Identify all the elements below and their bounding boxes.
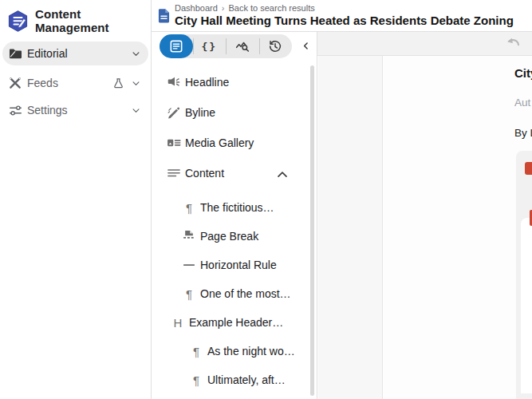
outline-item-page-break[interactable]: Page Break bbox=[152, 222, 311, 251]
crossed-tools-icon bbox=[7, 75, 23, 91]
header-h-icon: H bbox=[170, 314, 186, 330]
media-inner-card bbox=[521, 218, 532, 393]
article-icon bbox=[168, 38, 184, 54]
article-canvas: City Hall Meeting Turns Heated as Reside… bbox=[384, 56, 532, 399]
outline-item-example-header[interactable]: HExample Header… bbox=[152, 308, 311, 337]
query-stats-icon bbox=[234, 38, 250, 54]
sidebar-item-feeds[interactable]: Feeds bbox=[2, 71, 148, 95]
editor-toolbar bbox=[317, 32, 532, 56]
pilcrow-icon: ¶ bbox=[188, 372, 204, 388]
code-braces-icon: {} bbox=[201, 39, 217, 53]
panel-scrollbar[interactable] bbox=[310, 65, 314, 396]
chevron-up-icon[interactable] bbox=[274, 167, 287, 180]
panel-margin-area bbox=[318, 56, 383, 399]
breadcrumb-dashboard[interactable]: Dashboard bbox=[175, 3, 218, 13]
breadcrumb-back-to-search[interactable]: Back to search results bbox=[229, 3, 315, 13]
chevron-down-icon[interactable] bbox=[130, 105, 142, 117]
sidebar-item-editorial[interactable]: Editorial bbox=[2, 41, 148, 65]
panel-tab-code-braces[interactable]: {} bbox=[193, 34, 227, 58]
media-gallery-icon bbox=[166, 135, 182, 151]
horizontal-rule-icon bbox=[181, 257, 197, 273]
tab-divider bbox=[259, 38, 260, 54]
article-headline[interactable]: City Hall Meeting Turns Heated as Reside… bbox=[514, 66, 532, 80]
chevron-down-icon[interactable] bbox=[130, 48, 142, 60]
collapse-panel-icon[interactable] bbox=[300, 40, 312, 52]
outline-item-one-of-the-most[interactable]: ¶One of the most… bbox=[152, 279, 311, 308]
article-subheadline[interactable]: Aut bbox=[514, 97, 530, 109]
pilcrow-icon: ¶ bbox=[188, 343, 204, 359]
panel-tab-history[interactable] bbox=[259, 34, 293, 58]
breadcrumb: Dashboard›Back to search results bbox=[175, 3, 315, 13]
outline-item-ultimately-aft[interactable]: ¶Ultimately, aft… bbox=[152, 365, 311, 394]
sidebar: Content Management Editorial bbox=[0, 0, 152, 399]
panel-tab-group: {} bbox=[160, 34, 292, 58]
pilcrow-icon: ¶ bbox=[181, 200, 197, 215]
outline-item-horizontal-rule[interactable]: Horizontal Rule bbox=[152, 251, 311, 279]
folder-icon bbox=[7, 45, 23, 61]
document-icon bbox=[156, 6, 172, 26]
pilcrow-icon: ¶ bbox=[181, 286, 197, 302]
app-logo-icon bbox=[6, 10, 30, 33]
article-byline[interactable]: By L bbox=[514, 127, 532, 139]
media-block-card[interactable] bbox=[516, 151, 532, 399]
sidebar-item-label: Editorial bbox=[27, 47, 130, 60]
panel-tab-article[interactable] bbox=[160, 34, 193, 58]
outline-item-as-the-night-wo[interactable]: ¶As the night wo… bbox=[152, 337, 311, 365]
panel-tab-query-stats[interactable] bbox=[226, 34, 259, 58]
flask-icon bbox=[112, 77, 125, 90]
outline-item-content[interactable]: Content bbox=[152, 158, 311, 188]
tab-divider bbox=[226, 38, 227, 54]
document-outline-tree: Headline Byline Media Gallery Content¶Th… bbox=[152, 67, 311, 394]
tab-divider bbox=[193, 38, 194, 54]
pen-icon bbox=[166, 105, 182, 120]
campaign-icon bbox=[166, 74, 182, 90]
outline-item-headline[interactable]: Headline bbox=[152, 67, 311, 97]
page-break-icon bbox=[181, 228, 197, 244]
page-title: City Hall Meeting Turns Heated as Reside… bbox=[175, 14, 514, 27]
sidebar-item-label: Settings bbox=[27, 104, 130, 117]
app-brand: Content Management bbox=[6, 7, 151, 34]
breadcrumb-separator: › bbox=[222, 3, 225, 13]
sidebar-item-settings[interactable]: Settings bbox=[2, 98, 148, 122]
sliders-icon bbox=[7, 102, 23, 118]
undo-icon[interactable] bbox=[504, 34, 522, 52]
outline-item-media-gallery[interactable]: Media Gallery bbox=[152, 128, 311, 158]
page-header: Dashboard›Back to search results City Ha… bbox=[152, 0, 532, 32]
media-alert-icon bbox=[525, 162, 532, 175]
notes-icon bbox=[166, 165, 182, 181]
sidebar-item-label: Feeds bbox=[27, 77, 112, 89]
app-title: Content Management bbox=[35, 7, 151, 34]
outline-item-the-fictitious[interactable]: ¶The fictitious… bbox=[152, 193, 311, 222]
outline-item-byline[interactable]: Byline bbox=[152, 97, 311, 128]
outline-panel: {} Headline Byline bbox=[152, 32, 317, 399]
history-icon bbox=[267, 38, 283, 54]
chevron-down-icon[interactable] bbox=[130, 77, 142, 89]
